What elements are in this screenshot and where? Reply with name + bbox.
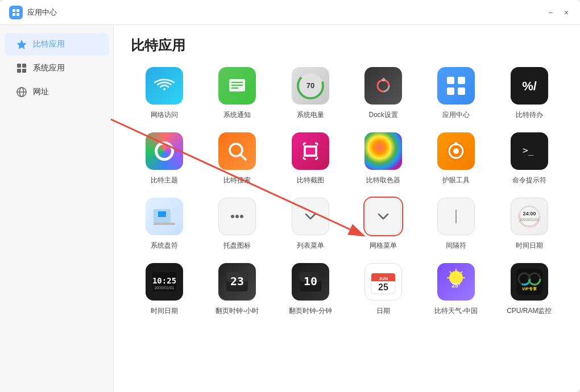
- app-appcenter-label: 应用中心: [442, 110, 470, 120]
- app-datetime-label: 时间日期: [516, 241, 543, 251]
- app-theme-icon-wrapper: [144, 131, 184, 171]
- svg-point-51: [517, 204, 542, 229]
- app-flipclock-m[interactable]: 10 翻页时钟-分钟: [277, 262, 344, 316]
- app-datetime[interactable]: 24:00 2000/01/01 时间日期: [496, 197, 563, 251]
- app-search-icon: [218, 132, 256, 170]
- app-datetime-icon-wrapper: 24:00 2000/01/01: [509, 197, 549, 236]
- minimize-button[interactable]: −: [546, 8, 555, 17]
- svg-text:25: 25: [378, 282, 388, 292]
- svg-rect-25: [458, 87, 465, 95]
- app-screenshot[interactable]: 比特截图: [277, 131, 344, 185]
- app-bittodo-icon-wrapper: %/: [509, 66, 549, 106]
- app-dock-label: Dock设置: [368, 110, 397, 120]
- app-flipclock-h-icon: 23: [218, 263, 256, 301]
- app-diskmon-label: 系统盘符: [151, 241, 178, 251]
- svg-rect-46: [154, 223, 175, 225]
- app-battery-label: 系统电量: [297, 110, 324, 120]
- sidebar-item-website[interactable]: 网址: [5, 81, 109, 103]
- app-appcenter-icon-wrapper: [436, 66, 476, 106]
- sidebar-label-system-apps: 系统应用: [33, 63, 65, 73]
- sidebar-label-bit-apps: 比特应用: [33, 39, 65, 49]
- svg-text:23: 23: [230, 274, 244, 288]
- app-battery-icon: 70: [292, 67, 329, 105]
- app-eyeprotect-icon: [437, 132, 475, 170]
- app-flipclock-m-label: 翻页时钟-分钟: [289, 306, 332, 316]
- app-tray[interactable]: 托盘图标: [204, 197, 271, 251]
- app-separator-label: 间隔符: [446, 241, 466, 251]
- svg-line-75: [450, 272, 451, 273]
- app-separator[interactable]: 间隔符: [422, 197, 490, 251]
- app-network-label: 网络访问: [151, 110, 178, 120]
- app-listmenu[interactable]: 列表菜单: [277, 197, 344, 251]
- app-colorpicker[interactable]: 比特取色器: [350, 131, 417, 185]
- app-notify[interactable]: 系统通知: [204, 66, 271, 120]
- app-theme-label: 比特主题: [151, 176, 178, 185]
- app-bittodo-icon: %/: [511, 67, 548, 105]
- svg-text:%/: %/: [522, 79, 537, 93]
- svg-text:⚙: ⚙: [382, 77, 386, 82]
- content-area: 比特应用 系统应用: [0, 25, 580, 392]
- app-gridmenu[interactable]: 网格菜单: [350, 197, 417, 251]
- app-flipclock-h[interactable]: 23 翻页时钟-小时: [204, 262, 271, 316]
- app-terminal[interactable]: >_ 命令提示符: [496, 131, 563, 185]
- svg-text:>_: >_: [523, 145, 534, 156]
- app-terminal-icon-wrapper: >_: [509, 131, 549, 171]
- svg-rect-23: [458, 77, 465, 84]
- app-search[interactable]: 比特搜索: [204, 131, 271, 185]
- app-dock[interactable]: ⚙ Dock设置: [350, 66, 417, 120]
- svg-rect-6: [22, 64, 26, 68]
- svg-rect-24: [447, 87, 454, 95]
- app-cpuram-label: CPU/RAM监控: [507, 306, 552, 316]
- sidebar: 比特应用 系统应用: [0, 25, 114, 392]
- app-separator-icon: [437, 198, 475, 235]
- app-colorpicker-label: 比特取色器: [366, 176, 400, 185]
- sidebar-item-bit-apps[interactable]: 比特应用: [5, 33, 109, 56]
- app-network-icon: [146, 67, 183, 105]
- app-listmenu-icon: [292, 198, 329, 235]
- svg-text:70: 70: [306, 81, 314, 90]
- grid-icon: [16, 62, 27, 74]
- svg-text:10: 10: [304, 274, 317, 288]
- svg-point-49: [240, 215, 243, 218]
- svg-text:10:25: 10:25: [152, 276, 176, 285]
- svg-rect-45: [158, 211, 166, 217]
- app-icon: [9, 6, 23, 19]
- svg-text:25°: 25°: [452, 282, 461, 289]
- app-screenshot-icon: [292, 132, 329, 170]
- svg-point-41: [453, 148, 459, 154]
- app-cpuram[interactable]: VIP专享 CPU/RAM监控: [496, 262, 563, 316]
- apps-grid: 网络访问 系统通知: [114, 60, 580, 322]
- svg-rect-2: [13, 13, 15, 16]
- app-battery[interactable]: 70 系统电量: [277, 66, 344, 120]
- app-appcenter[interactable]: 应用中心: [422, 66, 490, 120]
- app-notify-icon-wrapper: [217, 66, 257, 106]
- app-datetime2[interactable]: 10:25 2000/01/01 时间日期: [131, 262, 198, 316]
- app-datetime2-icon: 10:25 2000/01/01: [146, 263, 183, 301]
- svg-text:JUN: JUN: [379, 276, 388, 281]
- app-diskmon[interactable]: 系统盘符: [131, 197, 198, 251]
- svg-text:2000/01/01: 2000/01/01: [155, 286, 175, 290]
- app-bittodo[interactable]: %/ 比特待办: [496, 66, 563, 120]
- app-calendar[interactable]: JUN 25 日期: [350, 262, 417, 316]
- app-calendar-icon: JUN 25: [364, 263, 402, 301]
- svg-rect-7: [17, 69, 21, 73]
- app-dock-icon-wrapper: ⚙: [363, 66, 403, 106]
- app-diskmon-icon: [146, 198, 183, 235]
- app-eyeprotect[interactable]: 护眼工具: [422, 131, 490, 185]
- app-terminal-label: 命令提示符: [512, 176, 546, 185]
- close-button[interactable]: ×: [562, 8, 571, 17]
- sidebar-label-website: 网址: [33, 87, 49, 97]
- svg-point-48: [235, 215, 239, 218]
- svg-rect-3: [16, 13, 19, 16]
- app-terminal-icon: >_: [511, 132, 548, 170]
- sidebar-item-system-apps[interactable]: 系统应用: [5, 57, 109, 80]
- app-weather[interactable]: 25° 比特天气-中国: [422, 262, 490, 316]
- svg-text:24:00: 24:00: [523, 211, 536, 216]
- svg-marker-4: [17, 40, 27, 49]
- app-theme[interactable]: 比特主题: [131, 131, 198, 185]
- app-eyeprotect-icon-wrapper: [436, 131, 476, 171]
- app-weather-icon: 25°: [437, 263, 475, 301]
- titlebar: 应用中心 − ×: [0, 0, 580, 25]
- app-network[interactable]: 网络访问: [131, 66, 198, 120]
- app-listmenu-label: 列表菜单: [297, 241, 324, 251]
